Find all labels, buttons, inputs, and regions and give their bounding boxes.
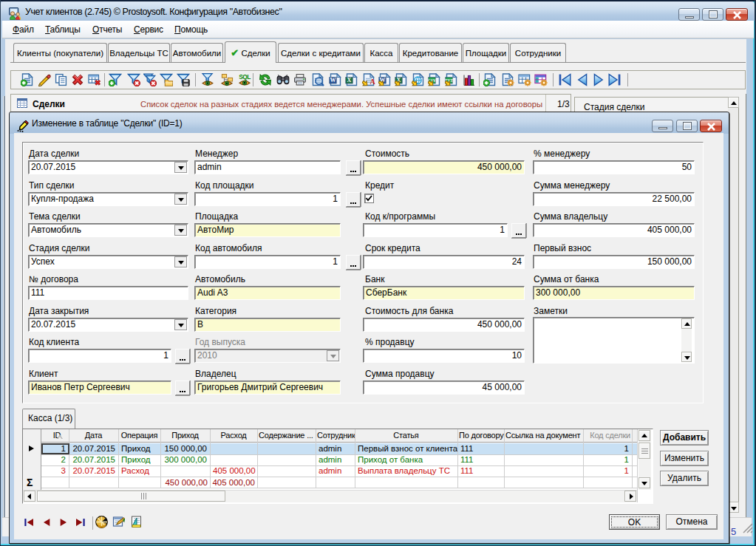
svg-text:X: X: [347, 77, 352, 83]
svg-text:A: A: [370, 78, 376, 86]
svg-text:W: W: [330, 77, 336, 83]
svg-text:SQL: SQL: [239, 73, 251, 81]
